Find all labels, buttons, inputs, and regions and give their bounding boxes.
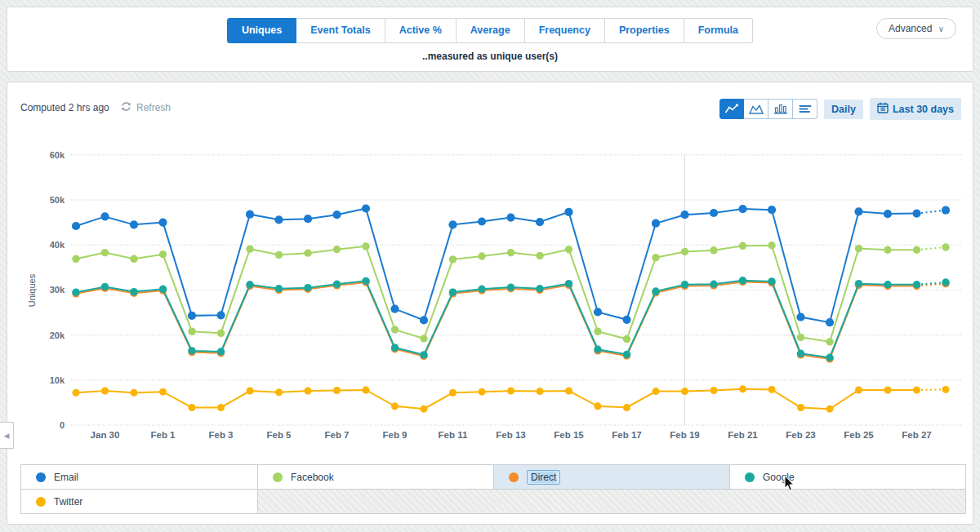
svg-text:Feb 23: Feb 23	[786, 430, 815, 440]
legend-row: Email Facebook Direct Google	[21, 465, 965, 489]
measured-as-subtitle: ..measured as unique user(s)	[7, 51, 973, 62]
legend-empty-filler	[257, 490, 965, 513]
svg-text:Feb 21: Feb 21	[728, 430, 758, 440]
email-series-dot	[36, 472, 46, 482]
svg-text:Feb 1: Feb 1	[150, 430, 176, 440]
chevron-down-icon: ∨	[938, 24, 944, 33]
svg-text:Feb 7: Feb 7	[324, 430, 349, 440]
twitter-series-dot	[36, 497, 46, 507]
legend-label: Email	[54, 472, 78, 483]
tab-frequency[interactable]: Frequency	[525, 18, 605, 43]
google-series-dot	[745, 472, 755, 482]
tab-formula[interactable]: Formula	[684, 18, 753, 43]
legend-label: Direct	[531, 472, 556, 483]
collapse-left-icon: ◀	[4, 432, 10, 440]
legend-item-email[interactable]: Email	[21, 465, 257, 489]
tab-active-percent[interactable]: Active %	[385, 18, 457, 43]
tab-uniques[interactable]: Uniques	[227, 18, 296, 43]
svg-text:0: 0	[60, 420, 65, 430]
legend-label: Twitter	[54, 496, 82, 508]
metric-header-panel: Uniques Event Totals Active % Average Fr…	[7, 7, 973, 72]
facebook-series-dot	[273, 472, 283, 482]
uniques-line-chart[interactable]: 010k20k30k40k50k60kUniquesJan 30Feb 1Feb…	[7, 82, 973, 459]
svg-text:30k: 30k	[50, 285, 65, 295]
chart-panel: Computed 2 hrs ago Refresh	[7, 82, 973, 525]
mouse-cursor	[784, 476, 795, 495]
svg-text:Feb 11: Feb 11	[439, 430, 468, 440]
svg-text:Feb 27: Feb 27	[902, 430, 931, 440]
direct-label-selection[interactable]: Direct	[527, 470, 560, 485]
svg-text:50k: 50k	[50, 195, 65, 205]
direct-series-dot	[509, 472, 519, 482]
svg-text:Feb 9: Feb 9	[382, 430, 407, 440]
svg-text:20k: 20k	[50, 330, 65, 340]
svg-text:60k: 60k	[50, 150, 65, 160]
svg-text:40k: 40k	[50, 240, 65, 250]
legend-item-facebook[interactable]: Facebook	[257, 465, 493, 489]
legend-label: Facebook	[291, 472, 334, 483]
metric-tabbar: Uniques Event Totals Active % Average Fr…	[7, 18, 973, 43]
legend-row: Twitter	[21, 489, 965, 513]
svg-text:10k: 10k	[50, 375, 65, 385]
svg-text:Feb 25: Feb 25	[844, 430, 874, 440]
sidebar-collapse-handle[interactable]: ◀	[0, 422, 14, 449]
tab-average[interactable]: Average	[457, 18, 525, 43]
tab-properties[interactable]: Properties	[605, 18, 684, 43]
svg-text:Feb 3: Feb 3	[208, 430, 233, 440]
svg-text:Feb 5: Feb 5	[266, 430, 292, 440]
svg-text:Feb 15: Feb 15	[554, 430, 584, 440]
svg-text:Feb 19: Feb 19	[670, 430, 699, 440]
advanced-button[interactable]: Advanced ∨	[876, 18, 956, 39]
svg-text:Jan 30: Jan 30	[91, 430, 120, 440]
advanced-label: Advanced	[889, 23, 932, 34]
series-legend: Email Facebook Direct Google Twitter	[20, 464, 966, 514]
tab-event-totals[interactable]: Event Totals	[296, 18, 385, 43]
svg-text:Feb 13: Feb 13	[496, 430, 525, 440]
svg-text:Feb 17: Feb 17	[612, 430, 641, 440]
legend-item-direct[interactable]: Direct	[493, 465, 729, 489]
legend-item-twitter[interactable]: Twitter	[21, 490, 257, 513]
legend-item-google[interactable]: Google	[729, 465, 965, 489]
svg-text:Uniques: Uniques	[27, 273, 37, 307]
